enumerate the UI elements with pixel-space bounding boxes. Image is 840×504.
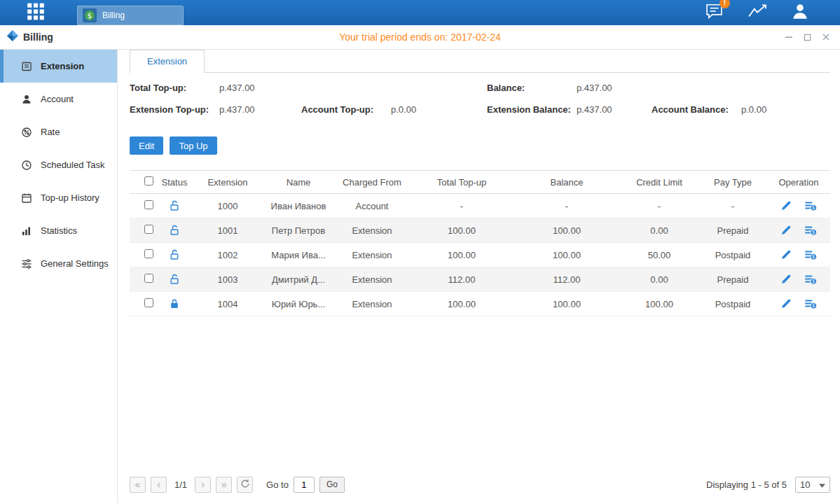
- cell-status: [156, 267, 193, 292]
- page-size-value: 10: [800, 479, 810, 490]
- extension-table: StatusExtensionNameCharged FromTotal Top…: [130, 170, 830, 316]
- pencil-icon[interactable]: [780, 274, 792, 285]
- trial-notice: Your trial period ends on: 2017-02-24: [0, 31, 840, 43]
- minimize-button[interactable]: [785, 33, 793, 41]
- cell-status: [156, 218, 193, 243]
- sidebar-item-scheduled-task[interactable]: Scheduled Task: [0, 148, 117, 181]
- summary-value: p.437.00: [577, 104, 612, 115]
- row-checkbox[interactable]: [144, 200, 153, 209]
- messages-button[interactable]: !: [705, 3, 724, 22]
- topbar-billing-tab[interactable]: $ Billing: [77, 6, 184, 25]
- sidebar-item-statistics[interactable]: Statistics: [0, 214, 117, 247]
- calendar-icon: [21, 192, 32, 204]
- chevron-left-icon: ‹: [157, 479, 160, 489]
- dollar-app-icon: $: [83, 8, 97, 22]
- summary-value: p.437.00: [219, 104, 255, 115]
- cell-name: Юрий Юрь...: [263, 292, 334, 316]
- coin-topup-icon[interactable]: $: [804, 225, 817, 236]
- cell-balance: 112.00: [514, 267, 620, 292]
- page-indicator: 1/1: [174, 479, 187, 490]
- coin-topup-icon[interactable]: $: [804, 298, 817, 309]
- pencil-icon[interactable]: [780, 200, 792, 211]
- cell-total-top-up: -: [410, 194, 514, 218]
- maximize-button[interactable]: [804, 34, 811, 41]
- cell-total-top-up: 100.00: [410, 292, 514, 316]
- sidebar-item-rate[interactable]: Rate: [0, 115, 117, 148]
- goto-page-input[interactable]: [294, 477, 315, 493]
- col-header-balance: Balance: [514, 171, 620, 194]
- cell-name: Иван Иванов: [263, 194, 334, 218]
- go-button[interactable]: Go: [319, 477, 345, 493]
- row-checkbox[interactable]: [144, 249, 153, 258]
- balance-summary: Total Top-up:p.437.00Balance:p.437.00Ext…: [130, 81, 830, 117]
- col-header-status: Status: [156, 171, 193, 194]
- cell-credit-limit: 0.00: [620, 267, 698, 292]
- svg-text:$: $: [812, 304, 815, 309]
- svg-text:$: $: [88, 12, 92, 20]
- sidebar-item-extension[interactable]: Extension: [0, 50, 117, 83]
- cell-balance: -: [514, 194, 620, 218]
- pencil-icon[interactable]: [780, 298, 792, 309]
- bar-chart-icon: [21, 225, 32, 237]
- first-page-button[interactable]: «: [130, 477, 146, 493]
- close-button[interactable]: [822, 33, 830, 41]
- window-titlebar: Billing Your trial period ends on: 2017-…: [0, 25, 840, 50]
- double-chevron-left-icon: «: [135, 479, 141, 489]
- select-all-checkbox[interactable]: [144, 176, 153, 186]
- row-checkbox[interactable]: [144, 225, 153, 234]
- app-grid-button[interactable]: [25, 2, 46, 24]
- tab-extension[interactable]: Extension: [130, 50, 205, 74]
- resource-monitor-button[interactable]: [748, 3, 767, 22]
- summary-empty-cell: [652, 81, 830, 95]
- cell-pay-type: Prepaid: [698, 267, 767, 292]
- coin-topup-icon[interactable]: $: [804, 200, 817, 211]
- col-header-total-top-up: Total Top-up: [410, 171, 514, 194]
- cell-name: Мария Ива...: [263, 243, 334, 267]
- user-silhouette-icon: [791, 3, 809, 22]
- cell-extension: 1003: [193, 267, 263, 292]
- cell-total-top-up: 100.00: [410, 218, 514, 243]
- table-header-row: StatusExtensionNameCharged FromTotal Top…: [130, 171, 830, 194]
- refresh-button[interactable]: [237, 477, 253, 493]
- coin-topup-icon[interactable]: $: [804, 274, 817, 285]
- prev-page-button[interactable]: ‹: [151, 477, 167, 493]
- sidebar-item-top-up-history[interactable]: Top-up History: [0, 181, 117, 214]
- sidebar-item-general-settings[interactable]: General Settings: [0, 247, 117, 280]
- pencil-icon[interactable]: [780, 225, 792, 236]
- edit-button[interactable]: Edit: [130, 136, 163, 155]
- last-page-button[interactable]: »: [216, 477, 232, 493]
- billing-diamond-icon: [7, 30, 18, 44]
- cell-charged-from: Extension: [334, 218, 410, 243]
- summary-value: p.437.00: [577, 83, 612, 93]
- summary-field: Extension Balance:p.437.00: [487, 103, 652, 117]
- summary-field: Total Top-up:p.437.00: [130, 81, 301, 95]
- top-up-button[interactable]: Top Up: [170, 136, 216, 155]
- sidebar-item-label: Rate: [41, 127, 60, 137]
- line-chart-icon: [748, 3, 767, 22]
- pencil-icon[interactable]: [780, 249, 792, 260]
- topbar-billing-tab-label: Billing: [102, 10, 125, 20]
- sidebar-item-account[interactable]: Account: [0, 83, 117, 115]
- summary-label: Account Top-up:: [301, 103, 391, 117]
- summary-label: Extension Top-up:: [130, 103, 219, 117]
- row-checkbox[interactable]: [144, 298, 153, 307]
- sidebar-item-label: Account: [41, 94, 74, 104]
- sliders-icon: [21, 258, 32, 270]
- user-menu-button[interactable]: [791, 3, 809, 22]
- page-size-select[interactable]: 10: [795, 477, 830, 493]
- user-icon: [21, 94, 32, 105]
- lock-closed-icon: [170, 298, 179, 309]
- sidebar-item-label: Statistics: [41, 225, 77, 236]
- cell-name: Дмитрий Д...: [263, 267, 334, 292]
- topbar: $ Billing !: [0, 0, 840, 25]
- pagination-bar: « ‹ 1/1 › » Go to Go Displaying 1 - 5 of…: [130, 471, 830, 503]
- table-row: 1000Иван ИвановAccount----$: [130, 194, 830, 218]
- select-all-cell: [130, 171, 156, 194]
- caret-down-icon: [819, 479, 825, 490]
- row-checkbox[interactable]: [144, 274, 153, 283]
- cell-extension: 1002: [193, 243, 263, 267]
- table-row: 1003Дмитрий Д...Extension112.00112.000.0…: [130, 267, 830, 292]
- next-page-button[interactable]: ›: [195, 477, 211, 493]
- summary-label: Extension Balance:: [487, 103, 577, 117]
- coin-topup-icon[interactable]: $: [804, 249, 817, 260]
